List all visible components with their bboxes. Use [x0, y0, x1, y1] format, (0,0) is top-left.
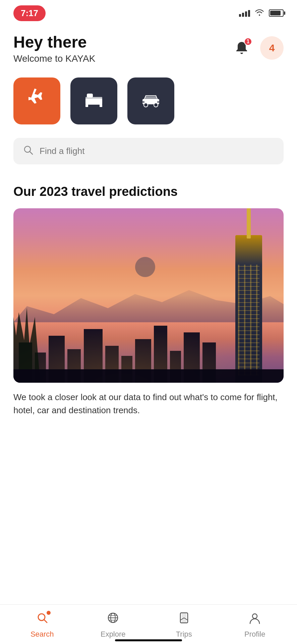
hotels-button[interactable]: [70, 77, 117, 124]
wifi-icon: [255, 8, 264, 18]
greeting-subtitle: Welcome to KAYAK: [13, 53, 95, 64]
nav-item-explore[interactable]: Explore: [96, 611, 130, 639]
sun-circle: [135, 257, 155, 277]
travel-description: We took a closer look at our data to fin…: [13, 391, 284, 424]
svg-point-7: [154, 103, 158, 107]
avatar-circle[interactable]: 4: [260, 36, 284, 60]
nav-label-search: Search: [31, 630, 54, 639]
notification-badge: 1: [244, 38, 252, 46]
globe-icon: [107, 611, 119, 627]
notification-button[interactable]: 1: [230, 36, 253, 60]
battery-icon: [269, 9, 284, 17]
svg-line-12: [30, 152, 33, 154]
nav-item-search[interactable]: Search: [25, 611, 59, 639]
bed-icon: [82, 87, 106, 115]
travel-image-card[interactable]: [13, 208, 284, 383]
search-bar-container: [0, 135, 297, 174]
nav-item-profile[interactable]: Profile: [238, 611, 272, 639]
svg-rect-10: [157, 101, 160, 103]
car-icon: [139, 87, 163, 115]
search-nav-dot: [46, 610, 51, 615]
cars-button[interactable]: [127, 77, 174, 124]
category-row: [0, 71, 297, 135]
greeting-title: Hey there: [13, 34, 95, 51]
nav-label-trips: Trips: [176, 630, 192, 639]
person-icon: [248, 611, 261, 627]
header-text: Hey there Welcome to KAYAK: [13, 34, 95, 64]
nav-label-profile: Profile: [244, 630, 265, 639]
flights-button[interactable]: [13, 77, 60, 124]
travel-section: Our 2023 travel predictions: [0, 174, 297, 430]
svg-line-14: [44, 620, 47, 623]
signal-icon: [239, 9, 250, 17]
status-time: 7:17: [13, 5, 46, 21]
svg-rect-3: [85, 104, 88, 107]
search-nav-icon: [36, 611, 49, 627]
svg-rect-4: [100, 104, 102, 107]
search-input[interactable]: [40, 146, 274, 156]
nav-item-trips[interactable]: Trips: [167, 611, 201, 639]
header: Hey there Welcome to KAYAK 1 4: [0, 23, 297, 71]
svg-point-6: [144, 103, 148, 107]
search-bar[interactable]: [13, 138, 284, 164]
svg-rect-8: [145, 96, 157, 100]
svg-point-22: [252, 614, 257, 619]
avatar-count: 4: [269, 42, 275, 54]
nav-label-explore: Explore: [101, 630, 126, 639]
search-bar-icon: [23, 145, 34, 158]
home-indicator: [115, 639, 182, 641]
bookmark-icon: [178, 611, 190, 627]
svg-rect-2: [87, 94, 93, 98]
svg-rect-9: [142, 101, 144, 103]
plane-icon: [25, 87, 49, 115]
header-actions: 1 4: [230, 36, 284, 60]
cityscape-image: [13, 208, 284, 383]
travel-section-title: Our 2023 travel predictions: [13, 184, 284, 199]
status-bar: 7:17: [0, 0, 297, 23]
status-icons: [239, 8, 284, 18]
bottom-nav: Search Explore Trips: [0, 604, 297, 644]
